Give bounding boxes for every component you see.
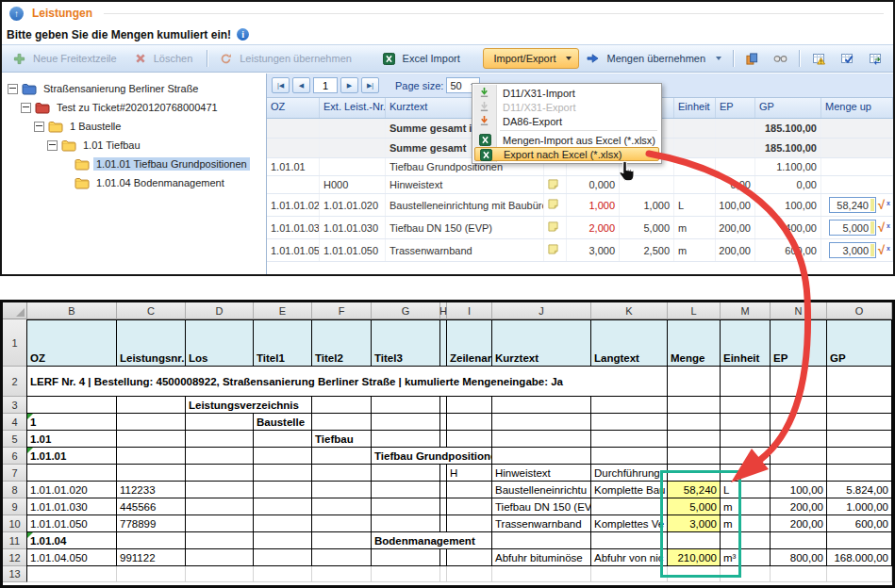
tree-node-1-01-tiefbau[interactable]: 1.01 Tiefbau bbox=[2, 136, 266, 155]
excel-cell-M9[interactable]: m bbox=[721, 498, 771, 515]
excel-cell-C9[interactable]: 445566 bbox=[117, 498, 186, 515]
excel-cell-I10[interactable] bbox=[447, 515, 492, 532]
excel-cell-G12[interactable] bbox=[372, 549, 440, 566]
excel-cell-G10[interactable] bbox=[372, 515, 440, 532]
previous-page-button[interactable] bbox=[292, 77, 310, 93]
excel-cell-G3[interactable] bbox=[372, 397, 440, 414]
tree-expander-icon[interactable] bbox=[47, 140, 58, 151]
excel-cell-L11[interactable] bbox=[668, 532, 721, 549]
excel-cell-G5[interactable] bbox=[372, 431, 440, 448]
excel-cell-C13[interactable] bbox=[117, 566, 186, 582]
excel-cell-M6[interactable] bbox=[721, 448, 771, 465]
excel-cell-F13[interactable] bbox=[312, 566, 372, 582]
excel-column-letter-M[interactable]: M bbox=[721, 302, 771, 319]
excel-cell-O10[interactable]: 600,00 bbox=[827, 515, 892, 532]
collapse-up-icon[interactable]: ↑ bbox=[9, 7, 24, 21]
excel-cell-J7[interactable]: Hinweistext bbox=[492, 465, 591, 482]
excel-cell-G7[interactable] bbox=[372, 465, 440, 482]
excel-cell-B13[interactable] bbox=[26, 566, 117, 582]
grid-column-header-einheit[interactable]: Einheit bbox=[674, 98, 716, 118]
excel-cell-L10[interactable]: 3,000 bbox=[668, 515, 721, 532]
excel-cell-B10[interactable]: 1.01.01.050 bbox=[26, 515, 117, 532]
grid-column-header-menge-up[interactable]: Menge up bbox=[821, 98, 893, 118]
excel-cell-I3[interactable] bbox=[447, 397, 492, 414]
excel-cell-E7[interactable] bbox=[254, 465, 312, 482]
excel-cell-C4[interactable] bbox=[117, 414, 186, 431]
excel-cell-K10[interactable]: Komplettes Ve bbox=[591, 515, 668, 532]
menu-item-mengen-import-aus-excel-xlsx[interactable]: Mengen-Import aus Excel (*.xlsx) bbox=[474, 133, 659, 147]
grid-column-header-gp[interactable]: GP bbox=[755, 98, 821, 118]
excel-cell-L5[interactable] bbox=[668, 431, 721, 448]
excel-cell-K5[interactable] bbox=[591, 431, 668, 448]
excel-cell-I12[interactable] bbox=[447, 549, 492, 566]
excel-cell-I8[interactable] bbox=[447, 482, 492, 498]
excel-row-number-11[interactable]: 11 bbox=[3, 532, 27, 549]
last-page-button[interactable] bbox=[361, 77, 379, 93]
next-page-button[interactable] bbox=[340, 77, 358, 93]
excel-cell-L4[interactable] bbox=[668, 414, 721, 431]
excel-cell-J3[interactable] bbox=[492, 397, 591, 414]
tree-node-stra-ensanierung-berliner-stra-e[interactable]: Straßensanierung Berliner Straße bbox=[2, 79, 266, 98]
excel-cell-H4[interactable] bbox=[440, 414, 447, 431]
excel-row-number-13[interactable]: 13 bbox=[3, 566, 27, 582]
grid-column-header-oz[interactable]: OZ bbox=[267, 98, 320, 118]
excel-cell-E6[interactable] bbox=[254, 448, 312, 465]
excel-cell-D4[interactable] bbox=[186, 414, 254, 431]
excel-cell-I9[interactable] bbox=[447, 498, 492, 515]
excel-cell-E5[interactable] bbox=[254, 431, 312, 448]
excel-cell-D10[interactable] bbox=[186, 515, 254, 532]
menu-item-d11-x31-import[interactable]: D11/X31-Import bbox=[474, 86, 659, 100]
excel-cell-C3[interactable] bbox=[117, 397, 186, 414]
menge-up-input[interactable]: 3,000 bbox=[829, 242, 876, 258]
grid-warning-button[interactable] bbox=[804, 48, 833, 69]
excel-cell-C12[interactable]: 991122 bbox=[117, 549, 186, 566]
excel-cell-F8[interactable] bbox=[312, 482, 372, 498]
excel-cell-G4[interactable] bbox=[372, 414, 440, 431]
excel-cell-O3[interactable] bbox=[827, 397, 892, 414]
import-export-button[interactable]: Import/Export bbox=[483, 48, 579, 69]
excel-import-button[interactable]: Excel Import bbox=[375, 48, 471, 69]
excel-cell-J5[interactable] bbox=[492, 431, 591, 448]
grid-row[interactable]: 1.01.01.0201.01.01.020Baustelleneinricht… bbox=[267, 194, 893, 217]
excel-cell-H9[interactable] bbox=[440, 498, 447, 515]
tree-node-1-01-04-bodenmanagement[interactable]: 1.01.04 Bodenmanagement bbox=[2, 173, 266, 192]
excel-cell-M10[interactable]: m bbox=[721, 515, 771, 532]
excel-cell-D11[interactable] bbox=[186, 532, 254, 549]
excel-cell-G6[interactable]: Tiefbau Grundpositionen bbox=[372, 448, 492, 465]
excel-cell-I1[interactable]: Zeilenart bbox=[447, 319, 492, 367]
grid-row[interactable]: H000Hinweistext0,0000,000,00 bbox=[267, 176, 893, 194]
excel-cell-O2[interactable] bbox=[827, 367, 892, 397]
excel-cell-L8[interactable]: 58,240 bbox=[668, 482, 721, 498]
excel-cell-F9[interactable] bbox=[312, 498, 372, 515]
excel-cell-K12[interactable]: Abfuhr von nic bbox=[591, 549, 668, 566]
grid-column-header-ep[interactable]: EP bbox=[716, 98, 755, 118]
excel-cell-N5[interactable] bbox=[771, 431, 827, 448]
excel-column-letter-N[interactable]: N bbox=[771, 302, 827, 319]
excel-cell-J8[interactable]: Baustelleneinrichtu bbox=[492, 482, 591, 498]
excel-cell-D7[interactable] bbox=[186, 465, 254, 482]
excel-cell-N8[interactable]: 100,00 bbox=[771, 482, 827, 498]
excel-row-number-5[interactable]: 5 bbox=[3, 431, 27, 448]
excel-cell-G9[interactable] bbox=[372, 498, 440, 515]
excel-cell-L9[interactable]: 5,000 bbox=[668, 498, 721, 515]
excel-cell-C10[interactable]: 778899 bbox=[117, 515, 186, 532]
excel-cell-M2[interactable] bbox=[721, 367, 771, 397]
excel-cell-H1[interactable] bbox=[440, 319, 447, 367]
excel-cell-O8[interactable]: 5.824,00 bbox=[827, 482, 892, 498]
excel-cell-O7[interactable] bbox=[827, 465, 892, 482]
excel-cell-O1[interactable]: GP bbox=[827, 319, 892, 367]
excel-cell-F5[interactable]: Tiefbau bbox=[312, 431, 372, 448]
excel-column-letter-L[interactable]: L bbox=[668, 302, 721, 319]
excel-cell-L3[interactable] bbox=[668, 397, 721, 414]
excel-row-number-9[interactable]: 9 bbox=[3, 498, 27, 515]
excel-cell-E4[interactable]: Baustelle bbox=[254, 414, 312, 431]
excel-cell-E8[interactable] bbox=[254, 482, 312, 498]
excel-cell-H12[interactable] bbox=[440, 549, 447, 566]
apply-formula-icon[interactable]: √x bbox=[878, 221, 890, 234]
excel-cell-G13[interactable] bbox=[372, 566, 440, 582]
grid-check-button[interactable] bbox=[833, 48, 861, 69]
excel-cell-E13[interactable] bbox=[254, 566, 312, 582]
excel-column-letter-K[interactable]: K bbox=[591, 302, 668, 319]
select-all-corner[interactable] bbox=[3, 302, 27, 319]
note-icon[interactable] bbox=[548, 199, 558, 211]
